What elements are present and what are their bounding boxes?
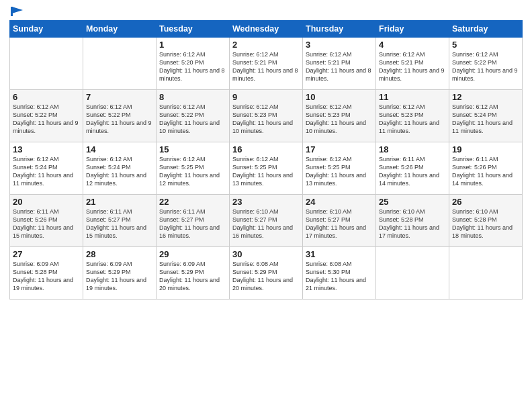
day-number: 16	[232, 144, 300, 154]
day-detail: Sunrise: 6:10 AM Sunset: 5:28 PM Dayligh…	[452, 208, 519, 240]
day-detail: Sunrise: 6:12 AM Sunset: 5:22 PM Dayligh…	[452, 50, 519, 83]
calendar-week-row: 20Sunrise: 6:11 AM Sunset: 5:26 PM Dayli…	[10, 195, 523, 247]
calendar-week-row: 1Sunrise: 6:12 AM Sunset: 5:20 PM Daylig…	[10, 38, 523, 90]
calendar-cell: 5Sunrise: 6:12 AM Sunset: 5:22 PM Daylig…	[449, 38, 523, 90]
day-number: 19	[452, 144, 519, 154]
day-detail: Sunrise: 6:12 AM Sunset: 5:22 PM Dayligh…	[86, 103, 153, 136]
day-detail: Sunrise: 6:12 AM Sunset: 5:22 PM Dayligh…	[159, 103, 226, 136]
calendar-cell: 16Sunrise: 6:12 AM Sunset: 5:25 PM Dayli…	[230, 142, 303, 195]
calendar-cell: 3Sunrise: 6:12 AM Sunset: 5:21 PM Daylig…	[303, 38, 376, 90]
day-detail: Sunrise: 6:10 AM Sunset: 5:28 PM Dayligh…	[379, 208, 446, 240]
day-number: 4	[379, 40, 446, 50]
day-number: 21	[86, 197, 153, 207]
calendar-cell: 19Sunrise: 6:11 AM Sunset: 5:26 PM Dayli…	[449, 142, 523, 195]
calendar-cell: 11Sunrise: 6:12 AM Sunset: 5:23 PM Dayli…	[376, 90, 449, 142]
day-number: 8	[159, 92, 226, 102]
calendar-cell: 26Sunrise: 6:10 AM Sunset: 5:28 PM Dayli…	[449, 195, 523, 247]
calendar-cell: 21Sunrise: 6:11 AM Sunset: 5:27 PM Dayli…	[83, 195, 157, 247]
calendar-header-row: Sunday Monday Tuesday Wednesday Thursday…	[10, 21, 523, 38]
day-number: 12	[452, 92, 519, 102]
day-number: 22	[159, 197, 226, 207]
calendar-cell: 2Sunrise: 6:12 AM Sunset: 5:21 PM Daylig…	[230, 38, 303, 90]
calendar-cell: 14Sunrise: 6:12 AM Sunset: 5:24 PM Dayli…	[83, 142, 157, 195]
day-number: 17	[306, 144, 373, 154]
day-detail: Sunrise: 6:11 AM Sunset: 5:27 PM Dayligh…	[86, 208, 153, 240]
calendar-cell	[10, 38, 83, 90]
calendar-cell: 4Sunrise: 6:12 AM Sunset: 5:21 PM Daylig…	[376, 38, 449, 90]
day-number: 2	[232, 40, 300, 50]
day-number: 14	[86, 144, 153, 154]
day-number: 29	[159, 249, 226, 259]
day-number: 10	[306, 92, 373, 102]
calendar-cell: 20Sunrise: 6:11 AM Sunset: 5:26 PM Dayli…	[10, 195, 83, 247]
day-detail: Sunrise: 6:12 AM Sunset: 5:21 PM Dayligh…	[379, 50, 446, 83]
day-detail: Sunrise: 6:12 AM Sunset: 5:25 PM Dayligh…	[306, 155, 373, 188]
calendar-week-row: 13Sunrise: 6:12 AM Sunset: 5:24 PM Dayli…	[10, 142, 523, 195]
day-detail: Sunrise: 6:12 AM Sunset: 5:24 PM Dayligh…	[86, 155, 153, 188]
col-thursday: Thursday	[303, 21, 376, 38]
calendar-cell: 24Sunrise: 6:10 AM Sunset: 5:27 PM Dayli…	[303, 195, 376, 247]
day-detail: Sunrise: 6:10 AM Sunset: 5:27 PM Dayligh…	[232, 208, 300, 240]
calendar-week-row: 6Sunrise: 6:12 AM Sunset: 5:22 PM Daylig…	[10, 90, 523, 142]
day-number: 30	[232, 249, 300, 259]
calendar-week-row: 27Sunrise: 6:09 AM Sunset: 5:28 PM Dayli…	[10, 247, 523, 300]
day-detail: Sunrise: 6:12 AM Sunset: 5:21 PM Dayligh…	[306, 50, 373, 83]
calendar-cell: 15Sunrise: 6:12 AM Sunset: 5:25 PM Dayli…	[157, 142, 230, 195]
calendar-cell: 27Sunrise: 6:09 AM Sunset: 5:28 PM Dayli…	[10, 247, 83, 300]
col-wednesday: Wednesday	[230, 21, 303, 38]
svg-marker-0	[12, 7, 23, 13]
calendar-cell: 10Sunrise: 6:12 AM Sunset: 5:23 PM Dayli…	[303, 90, 376, 142]
day-detail: Sunrise: 6:08 AM Sunset: 5:29 PM Dayligh…	[232, 260, 300, 293]
calendar-cell: 23Sunrise: 6:10 AM Sunset: 5:27 PM Dayli…	[230, 195, 303, 247]
col-tuesday: Tuesday	[157, 21, 230, 38]
day-number: 11	[379, 92, 446, 102]
day-detail: Sunrise: 6:10 AM Sunset: 5:27 PM Dayligh…	[306, 208, 373, 240]
day-number: 1	[159, 40, 226, 50]
day-detail: Sunrise: 6:12 AM Sunset: 5:23 PM Dayligh…	[379, 103, 446, 136]
day-detail: Sunrise: 6:12 AM Sunset: 5:23 PM Dayligh…	[306, 103, 373, 136]
col-friday: Friday	[376, 21, 449, 38]
calendar-cell: 8Sunrise: 6:12 AM Sunset: 5:22 PM Daylig…	[157, 90, 230, 142]
day-detail: Sunrise: 6:08 AM Sunset: 5:30 PM Dayligh…	[306, 260, 373, 293]
calendar-cell: 31Sunrise: 6:08 AM Sunset: 5:30 PM Dayli…	[303, 247, 376, 300]
calendar-cell: 1Sunrise: 6:12 AM Sunset: 5:20 PM Daylig…	[157, 38, 230, 90]
svg-rect-1	[11, 7, 13, 16]
day-detail: Sunrise: 6:12 AM Sunset: 5:23 PM Dayligh…	[232, 103, 300, 136]
day-detail: Sunrise: 6:09 AM Sunset: 5:29 PM Dayligh…	[86, 260, 153, 293]
day-detail: Sunrise: 6:12 AM Sunset: 5:25 PM Dayligh…	[159, 155, 226, 188]
calendar-cell: 29Sunrise: 6:09 AM Sunset: 5:29 PM Dayli…	[157, 247, 230, 300]
calendar-cell: 6Sunrise: 6:12 AM Sunset: 5:22 PM Daylig…	[10, 90, 83, 142]
day-detail: Sunrise: 6:09 AM Sunset: 5:28 PM Dayligh…	[13, 260, 80, 293]
day-detail: Sunrise: 6:12 AM Sunset: 5:22 PM Dayligh…	[13, 103, 80, 136]
calendar-cell: 18Sunrise: 6:11 AM Sunset: 5:26 PM Dayli…	[376, 142, 449, 195]
day-detail: Sunrise: 6:12 AM Sunset: 5:20 PM Dayligh…	[159, 50, 226, 83]
col-saturday: Saturday	[449, 21, 523, 38]
day-number: 20	[13, 197, 80, 207]
calendar-cell: 25Sunrise: 6:10 AM Sunset: 5:28 PM Dayli…	[376, 195, 449, 247]
day-detail: Sunrise: 6:12 AM Sunset: 5:21 PM Dayligh…	[232, 50, 300, 83]
calendar-cell: 22Sunrise: 6:11 AM Sunset: 5:27 PM Dayli…	[157, 195, 230, 247]
day-number: 13	[13, 144, 80, 154]
calendar-cell: 30Sunrise: 6:08 AM Sunset: 5:29 PM Dayli…	[230, 247, 303, 300]
calendar-cell	[376, 247, 449, 300]
col-monday: Monday	[83, 21, 157, 38]
day-number: 9	[232, 92, 300, 102]
calendar-cell: 9Sunrise: 6:12 AM Sunset: 5:23 PM Daylig…	[230, 90, 303, 142]
day-detail: Sunrise: 6:12 AM Sunset: 5:24 PM Dayligh…	[452, 103, 519, 136]
day-number: 6	[13, 92, 80, 102]
calendar-cell: 17Sunrise: 6:12 AM Sunset: 5:25 PM Dayli…	[303, 142, 376, 195]
day-number: 28	[86, 249, 153, 259]
day-detail: Sunrise: 6:12 AM Sunset: 5:24 PM Dayligh…	[13, 155, 80, 188]
calendar-cell	[449, 247, 523, 300]
day-number: 31	[306, 249, 373, 259]
day-number: 23	[232, 197, 300, 207]
logo	[9, 7, 23, 16]
logo-flag-icon	[11, 7, 23, 16]
calendar-table: Sunday Monday Tuesday Wednesday Thursday…	[9, 20, 523, 300]
calendar-cell: 28Sunrise: 6:09 AM Sunset: 5:29 PM Dayli…	[83, 247, 157, 300]
day-detail: Sunrise: 6:12 AM Sunset: 5:25 PM Dayligh…	[232, 155, 300, 188]
day-detail: Sunrise: 6:09 AM Sunset: 5:29 PM Dayligh…	[159, 260, 226, 293]
calendar-cell: 13Sunrise: 6:12 AM Sunset: 5:24 PM Dayli…	[10, 142, 83, 195]
day-detail: Sunrise: 6:11 AM Sunset: 5:26 PM Dayligh…	[379, 155, 446, 188]
day-number: 25	[379, 197, 446, 207]
